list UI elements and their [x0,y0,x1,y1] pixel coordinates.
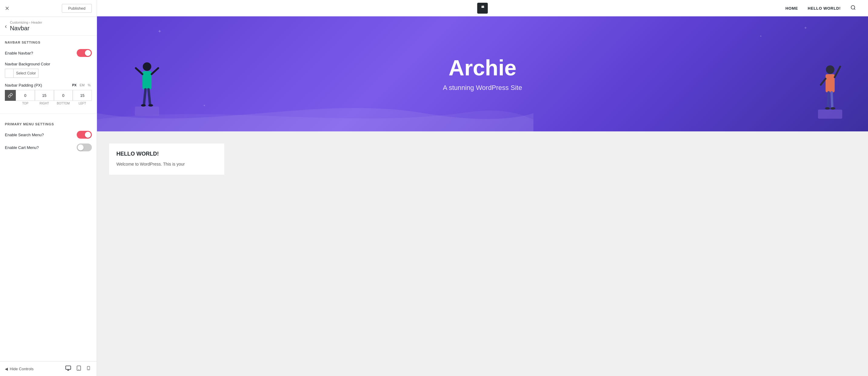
padding-bottom-field: BOTTOM [54,90,73,105]
svg-line-13 [144,89,146,104]
svg-line-22 [828,92,829,107]
padding-label: Navbar Padding (PX) [5,83,42,88]
svg-point-7 [851,5,855,9]
enable-search-label: Enable Search Menu? [5,133,44,137]
unit-percent-button[interactable]: % [86,83,92,88]
enable-search-row: Enable Search Menu? [5,131,92,139]
search-toggle-thumb [85,132,91,138]
panel-header: ‹ Customizing › Header Navbar [0,17,97,36]
padding-right-field: RIGHT [35,90,54,105]
close-button[interactable]: ✕ [5,5,9,12]
color-swatch [5,69,13,77]
color-btn-label: Select Color [13,71,38,75]
svg-rect-19 [826,74,835,92]
menu-settings-section: PRIMARY MENU SETTINGS Enable Search Menu… [0,117,97,159]
breadcrumb: Customizing › Header [10,21,42,24]
padding-right-input[interactable] [35,90,54,101]
svg-line-12 [152,68,158,74]
cart-toggle-thumb [78,144,84,150]
section-divider [0,113,97,114]
padding-left-field: LEFT [73,90,92,105]
svg-line-20 [835,67,840,77]
mobile-view-button[interactable] [85,364,92,374]
svg-point-25 [830,107,835,110]
unit-px-button[interactable]: PX [71,83,78,88]
background-color-label: Navbar Background Color [5,62,92,66]
customizer-panel: ✕ Published ‹ Customizing › Header Navba… [0,0,97,376]
enable-search-toggle[interactable] [77,131,92,139]
background-color-section: Navbar Background Color Select Color [5,62,92,78]
svg-line-23 [832,92,832,107]
select-color-button[interactable]: Select Color [5,69,38,78]
padding-link-button[interactable] [5,90,16,101]
svg-rect-26 [818,110,842,119]
padding-header: Navbar Padding (PX) PX EM % [5,83,92,88]
panel-topbar: ✕ Published [0,0,97,17]
tablet-view-button[interactable] [75,364,83,374]
hide-controls-icon: ◀ [5,367,8,371]
padding-bottom-label: BOTTOM [57,102,70,105]
hero-decor-star3: ✦ [203,104,206,107]
hero-decor-star4: ✦ [804,26,807,30]
hero-figure-left [133,58,161,119]
svg-rect-17 [135,107,159,116]
enable-cart-toggle[interactable] [77,143,92,151]
svg-line-14 [149,89,150,104]
navbar-padding-section: Navbar Padding (PX) PX EM % TOP RIGHT [5,83,92,105]
hero-section: ✦ ✦ ✦ ✦ [97,16,868,131]
hide-controls-button[interactable]: ◀ Hide Controls [5,367,34,371]
svg-line-21 [821,79,826,85]
svg-line-11 [136,68,143,74]
site-header: ❝ HOME HELLO WORLD! [97,0,868,16]
desktop-view-button[interactable] [64,364,72,374]
preview-area: ❝ HOME HELLO WORLD! ✦ ✦ ✦ ✦ [97,0,868,376]
device-buttons [64,364,92,374]
padding-top-input[interactable] [16,90,35,101]
site-logo: ❝ [477,3,488,13]
logo-badge: ❝ [477,3,488,13]
enable-navbar-row: Enable Navbar? [5,49,92,57]
hide-controls-label: Hide Controls [10,367,34,371]
padding-right-label: RIGHT [40,102,49,105]
nav-item-hello[interactable]: HELLO WORLD! [808,6,841,10]
site-nav: HOME HELLO WORLD! [785,5,856,11]
hero-decor-star2: ✦ [760,35,762,38]
bottom-bar: ◀ Hide Controls [0,361,97,376]
svg-line-8 [854,8,855,9]
hero-subtitle: A stunning WordPress Site [443,84,522,92]
hero-title: Archie [448,56,517,80]
page-title: Navbar [10,25,42,32]
padding-left-label: LEFT [79,102,86,105]
enable-navbar-label: Enable Navbar? [5,51,33,56]
enable-cart-row: Enable Cart Menu? [5,143,92,151]
padding-left-input[interactable] [73,90,92,101]
back-button[interactable]: ‹ [5,23,7,30]
svg-point-16 [148,104,153,107]
enable-cart-label: Enable Cart Menu? [5,145,39,150]
svg-point-18 [826,65,834,74]
blog-card: HELLO WORLD! Welcome to WordPress. This … [109,143,224,175]
svg-rect-0 [66,366,71,370]
svg-point-24 [825,107,830,110]
search-icon[interactable] [850,5,856,11]
blog-card-text: Welcome to WordPress. This is your [116,161,217,167]
toggle-thumb [85,50,91,56]
content-area: HELLO WORLD! Welcome to WordPress. This … [97,131,868,376]
svg-rect-10 [143,71,152,89]
navbar-section-title: NAVBAR SETTINGS [5,41,92,44]
unit-buttons: PX EM % [71,83,92,88]
svg-point-9 [143,62,151,71]
blog-card-title: HELLO WORLD! [116,151,217,157]
hero-decor-star1: ✦ [158,29,161,34]
published-button[interactable]: Published [62,4,92,13]
padding-bottom-input[interactable] [54,90,73,101]
hero-figure-right [816,61,844,122]
enable-navbar-toggle[interactable] [77,49,92,57]
navbar-settings-section: NAVBAR SETTINGS Enable Navbar? Navbar Ba… [0,36,97,112]
unit-em-button[interactable]: EM [79,83,86,88]
nav-item-home[interactable]: HOME [785,6,798,10]
padding-top-field: TOP [16,90,35,105]
menu-section-title: PRIMARY MENU SETTINGS [5,122,92,126]
padding-inputs-container: TOP RIGHT BOTTOM LEFT [5,90,92,105]
header-text: Customizing › Header Navbar [10,21,42,32]
